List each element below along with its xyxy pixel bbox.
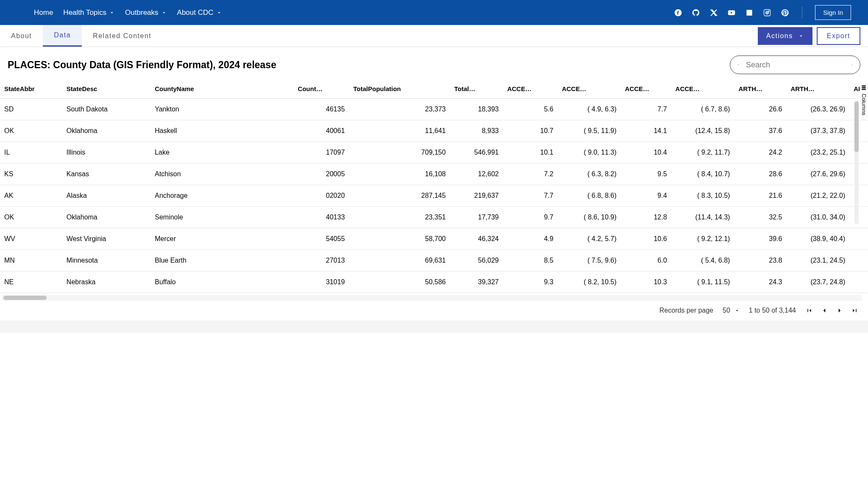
x-twitter-icon[interactable] <box>709 8 718 17</box>
youtube-icon[interactable] <box>727 8 736 17</box>
linkedin-icon[interactable] <box>745 8 754 17</box>
horizontal-scrollbar[interactable] <box>2 295 862 301</box>
column-header[interactable]: StateAbbr <box>0 79 62 99</box>
records-per-page-select[interactable]: 50 <box>723 307 740 314</box>
column-header[interactable]: TotalPopulation <box>349 79 450 99</box>
vertical-scrollbar[interactable] <box>854 101 859 224</box>
instagram-icon[interactable] <box>763 8 771 17</box>
table-cell <box>849 272 868 293</box>
table-cell: 23.8 <box>734 250 786 272</box>
column-header[interactable]: ARTH… <box>734 79 786 99</box>
column-header[interactable]: ACCE… <box>671 79 734 99</box>
table-cell: 40061 <box>294 120 349 142</box>
vertical-scrollbar-thumb[interactable] <box>854 101 859 152</box>
records-per-page-label: Records per page <box>659 307 713 314</box>
table-row[interactable]: OKOklahomaSeminole4013323,35117,7399.7( … <box>0 207 868 228</box>
nav-home[interactable]: Home <box>34 8 53 17</box>
table-row[interactable]: AKAlaskaAnchorage02020287,145219,6377.7(… <box>0 185 868 207</box>
column-header[interactable]: ACCE… <box>558 79 621 99</box>
next-page-icon[interactable] <box>836 307 843 314</box>
table-cell: ( 9.1, 11.5) <box>671 272 734 293</box>
table-cell: West Virginia <box>62 228 150 250</box>
table-cell: 39.6 <box>734 228 786 250</box>
column-header[interactable]: Count… <box>294 79 349 99</box>
table-cell: (38.9, 40.4) <box>786 228 849 250</box>
column-header[interactable]: ARTH… <box>786 79 849 99</box>
search-field[interactable] <box>730 55 860 74</box>
table-cell: ( 4.9, 6.3) <box>558 99 621 120</box>
prev-page-icon[interactable] <box>821 307 828 314</box>
table-cell: 50,586 <box>349 272 450 293</box>
table-cell: 8.5 <box>503 250 558 272</box>
divider <box>802 7 802 19</box>
table-cell: ( 8.3, 10.5) <box>671 185 734 207</box>
table-cell: 17,739 <box>450 207 503 228</box>
column-header[interactable]: ACCE… <box>621 79 671 99</box>
table-cell: (12.4, 15.8) <box>671 120 734 142</box>
table-row[interactable]: SDSouth DakotaYankton4613523,37318,3935.… <box>0 99 868 120</box>
table-cell: 23,373 <box>349 99 450 120</box>
tabs: About Data Related Content <box>0 25 162 47</box>
tab-data[interactable]: Data <box>43 25 82 47</box>
table-cell: 10.7 <box>503 120 558 142</box>
table-row[interactable]: NENebraskaBuffalo3101950,58639,3279.3( 8… <box>0 272 868 293</box>
table-cell: 11,641 <box>349 120 450 142</box>
columns-toggle[interactable]: Columns <box>860 82 868 118</box>
column-header[interactable]: Total… <box>450 79 503 99</box>
nav-outbreaks[interactable]: Outbreaks <box>125 8 167 17</box>
facebook-icon[interactable] <box>674 8 682 17</box>
table-cell: 40133 <box>294 207 349 228</box>
nav-health-topics[interactable]: Health Topics <box>63 8 115 17</box>
table-cell: 10.6 <box>621 228 671 250</box>
table-cell: ( 8.2, 10.5) <box>558 272 621 293</box>
table-cell: 27013 <box>294 250 349 272</box>
column-header[interactable]: CountyName <box>150 79 293 99</box>
table-cell: 28.6 <box>734 164 786 185</box>
column-header[interactable]: StateDesc <box>62 79 150 99</box>
table-row[interactable]: MNMinnesotaBlue Earth2701369,63156,0298.… <box>0 250 868 272</box>
nav-left: Home Health Topics Outbreaks About CDC <box>34 8 222 17</box>
table-cell: ( 8.4, 10.7) <box>671 164 734 185</box>
table-cell: OK <box>0 207 62 228</box>
table-row[interactable]: KSKansasAtchison2000516,10812,6027.2( 6.… <box>0 164 868 185</box>
first-page-icon[interactable] <box>805 307 813 314</box>
page-title: PLACES: County Data (GIS Friendly Format… <box>8 59 276 71</box>
table-cell: (23.1, 24.5) <box>786 250 849 272</box>
table-cell: 10.4 <box>621 142 671 164</box>
chevron-down-icon <box>109 10 115 16</box>
column-header[interactable]: ACCE… <box>503 79 558 99</box>
table-cell: NE <box>0 272 62 293</box>
table-cell: 709,150 <box>349 142 450 164</box>
actions-button[interactable]: Actions <box>758 27 812 45</box>
table-cell: Kansas <box>62 164 150 185</box>
table-cell: Yankton <box>150 99 293 120</box>
table-cell: (11.4, 14.3) <box>671 207 734 228</box>
table-cell: 24.3 <box>734 272 786 293</box>
table-header-row: StateAbbrStateDescCountyNameCount…TotalP… <box>0 79 868 99</box>
table-cell <box>849 228 868 250</box>
tab-related-content[interactable]: Related Content <box>82 25 162 47</box>
table-row[interactable]: WVWest VirginiaMercer5405558,70046,3244.… <box>0 228 868 250</box>
table-cell: 69,631 <box>349 250 450 272</box>
table-cell: (23.2, 25.1) <box>786 142 849 164</box>
last-page-icon[interactable] <box>851 307 859 314</box>
signin-button[interactable]: Sign In <box>815 5 851 20</box>
export-button[interactable]: Export <box>817 27 860 45</box>
close-icon[interactable] <box>851 60 852 69</box>
table-cell: OK <box>0 120 62 142</box>
tab-about[interactable]: About <box>0 25 43 47</box>
table-cell: IL <box>0 142 62 164</box>
pinterest-icon[interactable] <box>781 8 789 17</box>
search-input[interactable] <box>746 61 844 69</box>
horizontal-scrollbar-thumb[interactable] <box>3 296 47 300</box>
github-icon[interactable] <box>692 8 700 17</box>
table-cell: ( 4.2, 5.7) <box>558 228 621 250</box>
nav-about-cdc[interactable]: About CDC <box>177 8 222 17</box>
table-cell <box>849 207 868 228</box>
table-cell: ( 6.8, 8.6) <box>558 185 621 207</box>
table-cell <box>849 185 868 207</box>
table-row[interactable]: ILIllinoisLake17097709,150546,99110.1( 9… <box>0 142 868 164</box>
table-row[interactable]: OKOklahomaHaskell4006111,6418,93310.7( 9… <box>0 120 868 142</box>
table-cell: ( 5.4, 6.8) <box>671 250 734 272</box>
table-cell: Illinois <box>62 142 150 164</box>
